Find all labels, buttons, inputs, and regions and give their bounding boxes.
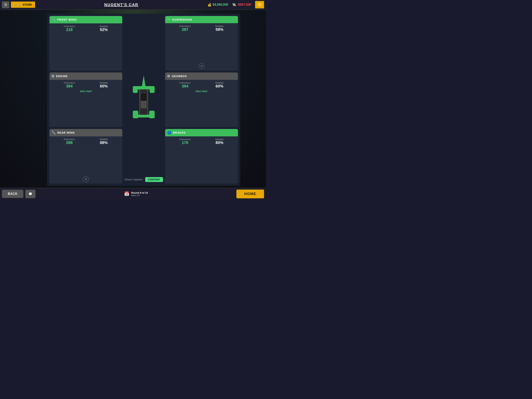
susp-perf-label: Performance xyxy=(179,25,190,27)
fw-perf-value: 218 xyxy=(64,27,75,32)
center-panel: 🔧 FRONT WING Performance 218 Reliability… xyxy=(47,14,240,186)
brakes-icon: 🔵 xyxy=(167,130,171,135)
rw-rel-label: Reliability xyxy=(100,138,108,141)
rear-wing-gear-button[interactable]: ⚙ xyxy=(83,176,89,182)
svg-rect-6 xyxy=(133,86,138,93)
expense-value: -$567,000 xyxy=(237,3,251,6)
menu-button[interactable]: ☰ xyxy=(2,1,9,8)
chat-icon: 💬 xyxy=(28,192,32,196)
rw-rel-value: 88% xyxy=(100,141,108,145)
rear-wing-stats: Performance 298 Reliability 88% xyxy=(51,138,120,145)
svg-rect-8 xyxy=(133,111,138,118)
suspension-header: 〰 SUSPENSION xyxy=(165,16,238,23)
rear-wing-icon: 🔧 xyxy=(51,130,56,135)
gearbox-icon: ⚙ xyxy=(167,74,170,78)
br-rel-value: 80% xyxy=(215,141,224,145)
rear-wing-card[interactable]: 🔧 REAR WING Performance 298 Reliability … xyxy=(50,129,122,184)
front-wing-name: FRONT WING xyxy=(57,18,77,21)
store-label: 🛒 STORE xyxy=(19,3,32,6)
gb-perf-value: 394 xyxy=(179,84,190,89)
chat-button[interactable]: 💬 xyxy=(25,190,35,198)
gb-rel-label: Reliability xyxy=(215,82,224,84)
susp-rel-value: 58% xyxy=(215,27,224,32)
calendar-icon: 📅 xyxy=(124,191,129,196)
store-button[interactable]: 🛒 🛒 STORE xyxy=(11,1,35,8)
engine-name: ENGINE xyxy=(56,75,68,78)
suspension-name: SUSPENSION xyxy=(172,18,192,21)
expense-icon: 💸 xyxy=(232,3,236,7)
svg-rect-1 xyxy=(140,93,147,101)
fw-rel-value: 52% xyxy=(100,27,108,32)
rear-wing-name: REAR WING xyxy=(57,131,75,134)
eng-perf-label: Performance xyxy=(64,82,75,84)
home-button[interactable]: HOME xyxy=(236,190,264,198)
engine-header: ⚙ ENGINE xyxy=(50,72,122,80)
formula-car-svg xyxy=(128,72,159,127)
front-wing-card[interactable]: 🔧 FRONT WING Performance 218 Reliability… xyxy=(50,16,122,71)
eng-rel-value: 60% xyxy=(100,84,108,89)
eng-perf-value: 394 xyxy=(64,84,75,89)
eng-rel-label: Reliability xyxy=(100,82,108,84)
main-content: C. NUGENT Performance 1756 Reliability 6… xyxy=(0,10,266,188)
brakes-stats: Performance 170 Reliability 80% xyxy=(167,138,236,145)
susp-perf-value: 287 xyxy=(179,27,190,32)
round-location: Milan GP xyxy=(131,194,140,197)
gearbox-header: ⚙ GEARBOX xyxy=(165,72,238,80)
svg-rect-7 xyxy=(150,86,155,93)
front-wing-header: 🔧 FRONT WING xyxy=(50,16,122,23)
brakes-header: 🔵 BRAKES xyxy=(165,129,238,136)
gearbox-stats: Performance 394 Reliability 60% xyxy=(167,82,236,89)
round-info: 📅 Round 9 of 10 Milan GP xyxy=(37,191,234,197)
rear-wing-header: 🔧 REAR WING xyxy=(50,129,122,136)
brakes-card[interactable]: 🔵 BRAKES Performance 170 Reliability 80% xyxy=(165,129,238,184)
suspension-stats: Performance 287 Reliability 58% xyxy=(167,25,236,32)
bottombar: BACK 💬 📅 Round 9 of 10 Milan GP HOME xyxy=(0,188,266,200)
expense-display: 💸 -$567,000 xyxy=(232,3,251,7)
gb-perf-label: Performance xyxy=(179,82,190,84)
engine-icon: ⚙ xyxy=(51,74,55,78)
bank-icon: 🪙 xyxy=(257,3,262,7)
round-number: Round 9 of 10 xyxy=(131,191,148,194)
opinion-badge: CONTENT xyxy=(145,177,163,182)
money-icon: 💰 xyxy=(208,3,211,7)
engine-spec-tag: SPEC PART xyxy=(51,90,120,93)
suspension-icon: 〰 xyxy=(167,18,171,22)
money-value: $4,068,000 xyxy=(213,3,228,6)
front-wing-stats: Performance 218 Reliability 52% xyxy=(51,25,120,32)
br-perf-value: 170 xyxy=(179,141,190,145)
rw-perf-label: Performance xyxy=(64,138,75,141)
svg-rect-5 xyxy=(141,101,146,108)
fw-rel-label: Reliability xyxy=(100,25,108,27)
rw-perf-value: 298 xyxy=(64,141,75,145)
susp-rel-label: Reliability xyxy=(215,25,224,27)
engine-stats: Performance 394 Reliability 60% xyxy=(51,82,120,89)
gearbox-spec-tag: SPEC PART xyxy=(167,90,236,93)
fw-perf-label: Performance xyxy=(64,25,75,27)
gearbox-card[interactable]: ⚙ GEARBOX Performance 394 Reliability 60… xyxy=(165,72,238,127)
front-wing-icon: 🔧 xyxy=(51,18,56,22)
opinion-label: Driver's Opinion: xyxy=(125,178,143,181)
brakes-name: BRAKES xyxy=(173,131,186,134)
gearbox-name: GEARBOX xyxy=(172,75,187,78)
round-text: Round 9 of 10 Milan GP xyxy=(131,191,148,197)
topbar: ☰ 🛒 🛒 STORE NUGENT'S CAR 💰 $4,068,000 💸 … xyxy=(0,0,266,10)
page-title: NUGENT'S CAR xyxy=(35,3,208,7)
bank-button[interactable]: 🪙 xyxy=(255,1,264,8)
br-rel-label: Reliability xyxy=(215,138,224,141)
car-diagram: Driver's Opinion: CONTENT xyxy=(124,16,163,184)
money-display: 💰 $4,068,000 xyxy=(208,3,228,7)
engine-card[interactable]: ⚙ ENGINE Performance 394 Reliability 60%… xyxy=(50,72,122,127)
back-button[interactable]: BACK xyxy=(2,190,23,198)
gb-rel-value: 60% xyxy=(215,84,224,89)
menu-icon: ☰ xyxy=(4,3,7,6)
cart-icon: 🛒 xyxy=(14,3,17,6)
br-perf-label: Performance xyxy=(179,138,190,141)
svg-rect-9 xyxy=(149,111,155,118)
suspension-gear-button[interactable]: ⚙ xyxy=(199,63,204,69)
suspension-card[interactable]: 〰 SUSPENSION Performance 287 Reliability… xyxy=(165,16,238,71)
car-svg-container xyxy=(128,18,159,182)
driver-opinion: Driver's Opinion: CONTENT xyxy=(125,177,163,182)
